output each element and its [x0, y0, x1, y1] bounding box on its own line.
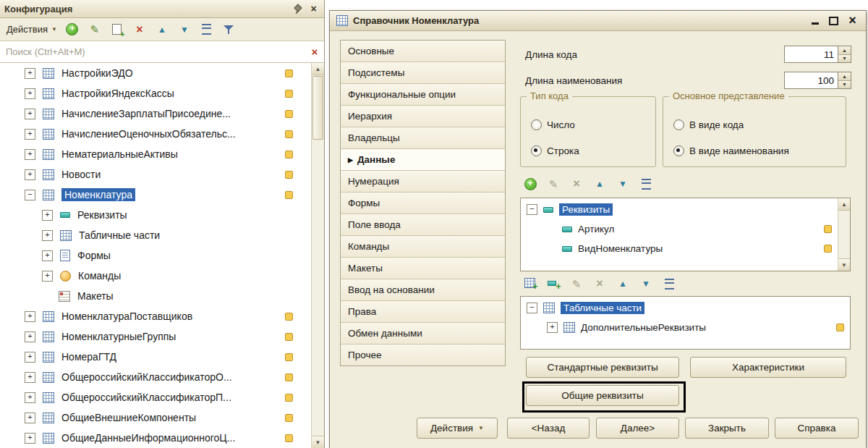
- move-down-button[interactable]: ▼: [639, 276, 653, 291]
- dialog-tab[interactable]: ▶Данные: [341, 149, 505, 171]
- sort-button[interactable]: [639, 177, 653, 191]
- expander-icon[interactable]: +: [25, 129, 35, 140]
- add-button[interactable]: +: [65, 22, 80, 37]
- expander-icon[interactable]: +: [25, 68, 35, 79]
- dialog-tab[interactable]: Функциональные опции: [341, 84, 505, 106]
- radio-button-icon[interactable]: [673, 119, 684, 130]
- dialog-titlebar[interactable]: Справочник Номенклатура ×: [330, 11, 866, 31]
- tree-item[interactable]: +НастройкиЯндексКассы: [0, 83, 312, 103]
- dialog-tab[interactable]: Поле ввода: [341, 214, 505, 236]
- radio-option[interactable]: В виде кода: [673, 119, 744, 130]
- dialog-tab[interactable]: Команды: [341, 236, 505, 258]
- clear-search-icon[interactable]: ×: [305, 46, 324, 58]
- close-button[interactable]: Закрыть: [685, 418, 769, 439]
- tree-item[interactable]: +НачислениеОценочныхОбязательс...: [0, 124, 312, 144]
- tree-item[interactable]: +Команды: [0, 266, 312, 286]
- minimize-button[interactable]: [808, 14, 822, 28]
- expander-icon[interactable]: +: [25, 392, 35, 403]
- spin-up-icon[interactable]: ▲: [838, 46, 851, 55]
- scrollbar-thumb[interactable]: [312, 76, 323, 140]
- list-item[interactable]: Артикул: [521, 219, 838, 239]
- expander-icon[interactable]: +: [25, 88, 35, 99]
- search-input[interactable]: [0, 46, 305, 57]
- list-item[interactable]: +ДополнительныеРеквизиты: [521, 318, 850, 337]
- dialog-tab[interactable]: Подсистемы: [341, 62, 505, 84]
- scroll-up-button[interactable]: ▲: [838, 198, 850, 211]
- add-tabular-attribute-button[interactable]: [546, 276, 561, 291]
- expander-icon[interactable]: +: [547, 322, 558, 333]
- expander-icon[interactable]: +: [25, 372, 35, 383]
- scroll-down-button[interactable]: ▼: [312, 436, 324, 448]
- expander-icon[interactable]: +: [42, 230, 53, 241]
- dialog-tab[interactable]: Владельцы: [341, 127, 505, 149]
- dialog-tab[interactable]: Обмен данными: [341, 323, 505, 345]
- edit-button[interactable]: ✎: [88, 22, 102, 37]
- listbox-scrollbar[interactable]: ▲ ▼: [838, 198, 850, 271]
- spin-up-icon[interactable]: ▲: [838, 72, 851, 81]
- dialog-tab[interactable]: Формы: [341, 193, 505, 214]
- expander-icon[interactable]: +: [25, 149, 35, 160]
- move-up-button[interactable]: ▲: [155, 22, 169, 37]
- radio-button-icon[interactable]: [531, 119, 542, 130]
- sort-button[interactable]: [662, 276, 676, 291]
- name-length-spinner[interactable]: ▲ ▼: [838, 72, 851, 89]
- maximize-button[interactable]: [827, 14, 841, 28]
- tree-item[interactable]: +НомераГТД: [0, 347, 312, 367]
- list-item[interactable]: −Табличные части: [521, 298, 850, 318]
- tree-item[interactable]: +Реквизиты: [0, 205, 312, 225]
- tree-item[interactable]: +НоменклатураПоставщиков: [0, 306, 312, 326]
- filter-button[interactable]: [222, 22, 237, 37]
- back-button[interactable]: <Назад: [507, 418, 590, 439]
- help-button[interactable]: Справка: [775, 418, 859, 439]
- tree-item[interactable]: +ОбщиеВнешниеКомпоненты: [0, 407, 312, 428]
- expander-icon[interactable]: +: [25, 331, 35, 342]
- pin-panel-button[interactable]: [291, 3, 303, 15]
- expander-icon[interactable]: +: [25, 433, 35, 444]
- actions-button[interactable]: Действия ▼: [417, 418, 498, 439]
- tree-item[interactable]: +ОбщероссийскийКлассификаторО...: [0, 367, 312, 387]
- radio-option[interactable]: Строка: [531, 145, 579, 156]
- expander-icon[interactable]: −: [527, 204, 537, 215]
- expander-icon[interactable]: +: [42, 210, 53, 221]
- dialog-tab[interactable]: Ввод на основании: [341, 279, 505, 301]
- tree-item[interactable]: +НастройкиЭДО: [0, 63, 312, 83]
- move-down-button[interactable]: ▼: [616, 177, 630, 191]
- next-button[interactable]: Далее>: [596, 418, 679, 439]
- spin-down-icon[interactable]: ▼: [838, 81, 851, 89]
- common-attributes-button[interactable]: Общие реквизиты: [526, 385, 679, 406]
- tree-item[interactable]: +ОбщероссийскийКлассификаторП...: [0, 387, 312, 407]
- standard-attributes-button[interactable]: Стандартные реквизиты: [526, 357, 679, 378]
- code-length-input[interactable]: [784, 46, 838, 63]
- delete-button[interactable]: ×: [569, 177, 584, 191]
- expander-icon[interactable]: +: [42, 250, 53, 261]
- expander-icon[interactable]: +: [25, 413, 35, 423]
- dialog-tab[interactable]: Иерархия: [341, 106, 505, 127]
- expander-icon[interactable]: +: [25, 352, 35, 363]
- tree-scrollbar[interactable]: ▲ ▼: [311, 63, 324, 448]
- radio-option[interactable]: Число: [531, 119, 575, 130]
- characteristics-button[interactable]: Характеристики: [690, 357, 846, 378]
- tree-item[interactable]: +НематериальныеАктивы: [0, 144, 312, 164]
- list-item[interactable]: −Реквизиты: [521, 200, 838, 219]
- edit-button[interactable]: ✎: [546, 177, 561, 191]
- expander-icon[interactable]: +: [25, 109, 35, 119]
- delete-button[interactable]: ×: [592, 276, 607, 291]
- actions-menu-button[interactable]: Действия ▼: [7, 24, 57, 35]
- dialog-tab[interactable]: Нумерация: [341, 171, 505, 193]
- close-window-button[interactable]: ×: [846, 14, 859, 28]
- expander-icon[interactable]: +: [25, 311, 35, 322]
- expander-icon[interactable]: −: [527, 303, 537, 313]
- expander-icon[interactable]: +: [25, 169, 35, 180]
- tree-item[interactable]: +НоменклатурныеГруппы: [0, 326, 312, 347]
- move-up-button[interactable]: ▲: [616, 276, 630, 291]
- tree-item[interactable]: −Номенклатура: [0, 185, 312, 205]
- name-length-input[interactable]: [784, 72, 838, 89]
- tree-item[interactable]: +ОбщиеДанныеИнформационногоЦ...: [0, 428, 312, 448]
- tree-item[interactable]: +Новости: [0, 164, 312, 185]
- add-attribute-button[interactable]: +: [523, 177, 537, 191]
- tree-item[interactable]: +НачислениеЗарплатыПрисоедине...: [0, 103, 312, 124]
- code-length-spinner[interactable]: ▲ ▼: [838, 46, 851, 63]
- dialog-tab[interactable]: Прочее: [341, 345, 505, 365]
- radio-button-icon[interactable]: [673, 145, 684, 156]
- spin-down-icon[interactable]: ▼: [838, 55, 851, 63]
